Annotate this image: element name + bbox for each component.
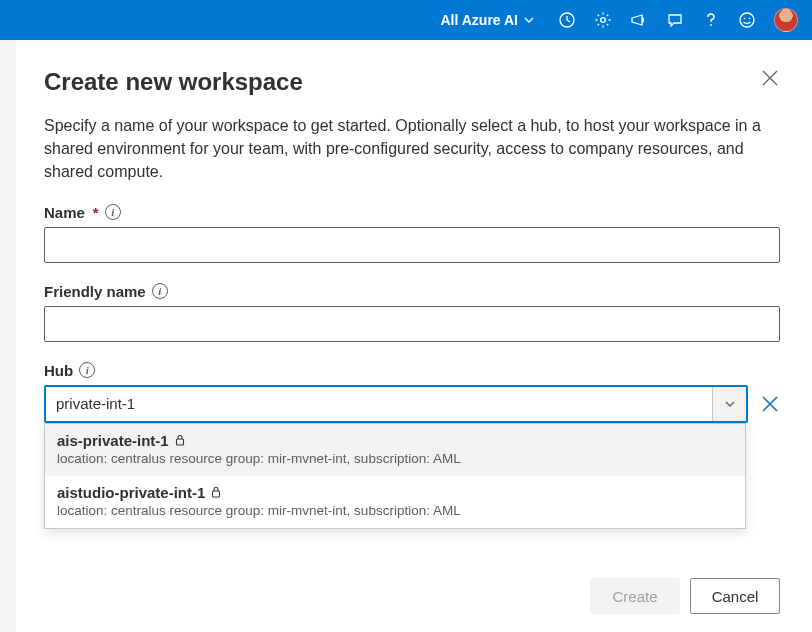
create-workspace-panel: Create new workspace Specify a name of y… bbox=[16, 40, 812, 632]
help-icon[interactable] bbox=[702, 11, 720, 29]
panel-title: Create new workspace bbox=[44, 68, 303, 96]
clear-icon[interactable] bbox=[760, 394, 780, 414]
scope-selector[interactable]: All Azure AI bbox=[440, 12, 534, 28]
lock-icon bbox=[209, 485, 223, 499]
svg-point-3 bbox=[740, 13, 754, 27]
hub-dropdown: ais-private-int-1 location: centralus re… bbox=[44, 423, 746, 529]
friendly-name-input[interactable] bbox=[44, 306, 780, 342]
hub-option-subtitle: location: centralus resource group: mir-… bbox=[57, 503, 733, 518]
chat-icon[interactable] bbox=[666, 11, 684, 29]
lock-icon bbox=[173, 433, 187, 447]
clock-icon[interactable] bbox=[558, 11, 576, 29]
gear-icon[interactable] bbox=[594, 11, 612, 29]
friendly-name-field: Friendly name i bbox=[44, 283, 780, 342]
friendly-name-label: Friendly name bbox=[44, 283, 146, 300]
chevron-down-icon[interactable] bbox=[712, 387, 746, 421]
panel-description: Specify a name of your workspace to get … bbox=[44, 114, 764, 184]
svg-rect-6 bbox=[176, 439, 183, 445]
hub-field: Hub i ais-private-int-1 bbox=[44, 362, 780, 423]
avatar[interactable] bbox=[774, 8, 798, 32]
top-bar: All Azure AI bbox=[0, 0, 812, 40]
svg-rect-7 bbox=[213, 491, 220, 497]
svg-point-1 bbox=[601, 18, 606, 23]
hub-option-title: aistudio-private-int-1 bbox=[57, 484, 205, 501]
scope-label: All Azure AI bbox=[440, 12, 518, 28]
hub-option[interactable]: ais-private-int-1 location: centralus re… bbox=[45, 424, 745, 476]
close-icon[interactable] bbox=[760, 68, 780, 88]
svg-point-2 bbox=[710, 24, 712, 26]
svg-point-5 bbox=[749, 18, 751, 20]
smile-icon[interactable] bbox=[738, 11, 756, 29]
create-button: Create bbox=[590, 578, 680, 614]
hub-option[interactable]: aistudio-private-int-1 location: central… bbox=[45, 476, 745, 528]
name-field: Name * i bbox=[44, 204, 780, 263]
hub-input[interactable] bbox=[46, 387, 712, 421]
hub-option-title: ais-private-int-1 bbox=[57, 432, 169, 449]
hub-combobox[interactable]: ais-private-int-1 location: centralus re… bbox=[44, 385, 748, 423]
cancel-button[interactable]: Cancel bbox=[690, 578, 780, 614]
info-icon[interactable]: i bbox=[79, 362, 95, 378]
name-input[interactable] bbox=[44, 227, 780, 263]
required-asterisk: * bbox=[93, 204, 99, 221]
panel-footer: Create Cancel bbox=[590, 578, 780, 614]
megaphone-icon[interactable] bbox=[630, 11, 648, 29]
name-label: Name bbox=[44, 204, 85, 221]
info-icon[interactable]: i bbox=[105, 204, 121, 220]
chevron-down-icon bbox=[524, 15, 534, 25]
svg-point-4 bbox=[744, 18, 746, 20]
hub-option-subtitle: location: centralus resource group: mir-… bbox=[57, 451, 733, 466]
info-icon[interactable]: i bbox=[152, 283, 168, 299]
hub-label: Hub bbox=[44, 362, 73, 379]
